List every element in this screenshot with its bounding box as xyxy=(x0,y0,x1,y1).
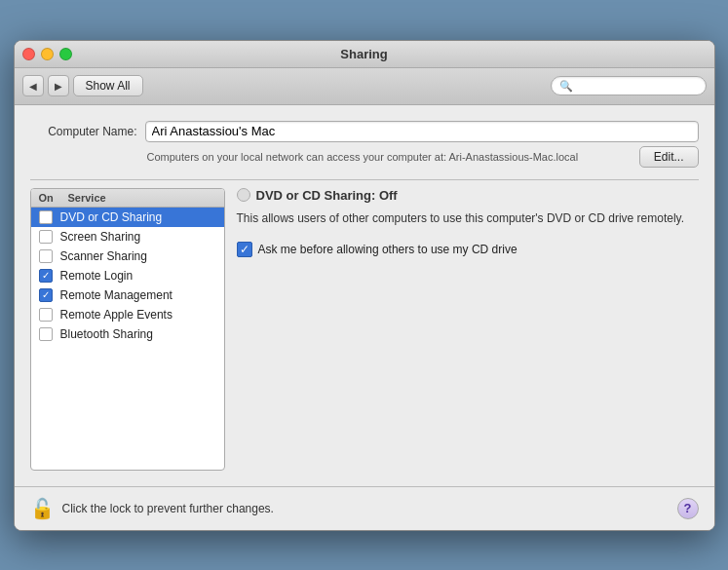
service-item-remote-login[interactable]: ✓Remote Login xyxy=(31,266,224,285)
service-label-scanner-sharing: Scanner Sharing xyxy=(60,249,147,263)
service-list: DVD or CD SharingScreen SharingScanner S… xyxy=(31,208,224,470)
lock-icon[interactable]: 🔓 xyxy=(30,497,55,520)
ask-checkbox-row[interactable]: ✓ Ask me before allowing others to use m… xyxy=(237,242,699,257)
service-label-dvd-cd-sharing: DVD or CD Sharing xyxy=(60,210,163,224)
service-status: DVD or CD Sharing: Off xyxy=(237,188,699,203)
service-label-screen-sharing: Screen Sharing xyxy=(60,230,141,244)
close-button[interactable] xyxy=(22,48,35,60)
computer-name-row: Computer Name: xyxy=(30,121,699,142)
maximize-button[interactable] xyxy=(59,48,72,60)
divider xyxy=(30,179,699,180)
service-description: This allows users of other computers to … xyxy=(237,210,699,227)
service-item-scanner-sharing[interactable]: Scanner Sharing xyxy=(31,247,224,266)
lock-text: Click the lock to prevent further change… xyxy=(62,502,274,515)
service-label-remote-management: Remote Management xyxy=(60,288,172,302)
titlebar: Sharing xyxy=(15,41,714,68)
service-status-text: DVD or CD Sharing: Off xyxy=(256,188,398,203)
right-panel: DVD or CD Sharing: Off This allows users… xyxy=(237,188,699,471)
computer-name-input[interactable] xyxy=(145,121,699,142)
forward-button[interactable]: ▶ xyxy=(48,75,69,96)
checkbox-scanner-sharing[interactable] xyxy=(39,249,53,263)
computer-name-description: Computers on your local network can acce… xyxy=(147,151,632,163)
service-label-remote-apple-events: Remote Apple Events xyxy=(60,308,172,322)
service-item-bluetooth-sharing[interactable]: Bluetooth Sharing xyxy=(31,324,224,344)
search-bar: 🔍 xyxy=(551,76,707,95)
edit-button[interactable]: Edit... xyxy=(639,146,699,168)
service-label-bluetooth-sharing: Bluetooth Sharing xyxy=(60,327,153,341)
service-item-dvd-cd-sharing[interactable]: DVD or CD Sharing xyxy=(31,208,224,227)
checkbox-bluetooth-sharing[interactable] xyxy=(39,327,53,341)
service-label-remote-login: Remote Login xyxy=(60,269,134,283)
ask-label: Ask me before allowing others to use my … xyxy=(258,243,517,256)
checkbox-screen-sharing[interactable] xyxy=(39,230,53,244)
back-button[interactable]: ◀ xyxy=(22,75,44,96)
service-item-screen-sharing[interactable]: Screen Sharing xyxy=(31,227,224,247)
checkbox-remote-apple-events[interactable] xyxy=(39,308,53,322)
service-item-remote-management[interactable]: ✓Remote Management xyxy=(31,285,224,305)
search-input[interactable] xyxy=(577,79,698,93)
search-icon: 🔍 xyxy=(559,80,573,93)
checkbox-remote-login[interactable]: ✓ xyxy=(39,269,53,283)
content-area: Computer Name: Computers on your local n… xyxy=(15,105,714,486)
status-indicator xyxy=(237,188,250,202)
minimize-button[interactable] xyxy=(41,48,54,60)
computer-name-section: Computer Name: Computers on your local n… xyxy=(30,121,699,168)
col-on-header: On xyxy=(39,192,68,204)
main-panel: On Service DVD or CD SharingScreen Shari… xyxy=(30,188,699,471)
sharing-window: Sharing ◀ ▶ Show All 🔍 Computer Name: Co… xyxy=(14,40,715,531)
traffic-lights xyxy=(22,48,72,60)
service-item-remote-apple-events[interactable]: Remote Apple Events xyxy=(31,305,224,324)
checkbox-remote-management[interactable]: ✓ xyxy=(39,288,53,302)
computer-name-label: Computer Name: xyxy=(30,125,137,138)
bottom-bar: 🔓 Click the lock to prevent further chan… xyxy=(15,486,714,530)
toolbar: ◀ ▶ Show All 🔍 xyxy=(15,68,714,105)
service-list-header: On Service xyxy=(31,189,224,208)
ask-checkbox[interactable]: ✓ xyxy=(237,242,252,257)
window-title: Sharing xyxy=(340,47,387,61)
checkbox-dvd-cd-sharing[interactable] xyxy=(39,210,53,224)
show-all-button[interactable]: Show All xyxy=(73,75,143,96)
help-button[interactable]: ? xyxy=(677,498,699,519)
computer-name-sub: Computers on your local network can acce… xyxy=(30,146,699,168)
col-service-header: Service xyxy=(68,192,106,204)
service-list-container: On Service DVD or CD SharingScreen Shari… xyxy=(30,188,225,471)
